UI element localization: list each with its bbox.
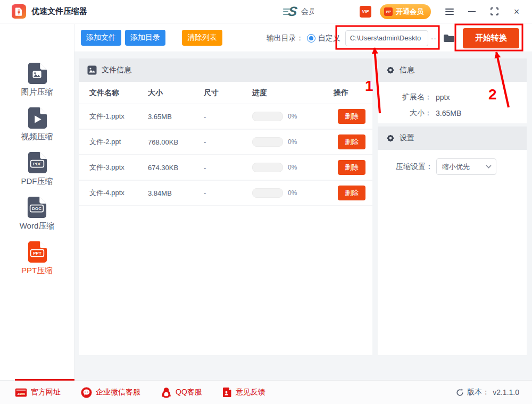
sidebar-item-word-compress[interactable]: DOC Word压缩 bbox=[20, 196, 55, 231]
menu-icon[interactable] bbox=[445, 7, 454, 16]
qq-support-link[interactable]: QQ客服 bbox=[161, 387, 202, 398]
add-directory-button[interactable]: 添加目录 bbox=[125, 30, 165, 46]
sidebar-item-label: 视频压缩 bbox=[21, 132, 53, 142]
file-size: 674.30KB bbox=[148, 164, 204, 172]
settings-panel-header: 设置 bbox=[378, 127, 527, 150]
sidebar-item-label: 图片压缩 bbox=[21, 87, 53, 97]
col-name: 文件名称 bbox=[89, 88, 148, 98]
info-panel: 信息 扩展名： pptx 大小： 3.65MB bbox=[378, 58, 527, 123]
sidebar-item-label: Word压缩 bbox=[20, 221, 55, 231]
delete-button[interactable]: 删除 bbox=[338, 160, 365, 175]
version-label: 版本： bbox=[467, 388, 489, 397]
progress-bar bbox=[252, 137, 283, 147]
compress-mode-select[interactable]: 缩小优先 bbox=[436, 158, 496, 175]
file-name: 文件-2.ppt bbox=[89, 137, 148, 147]
col-progress: 进度 bbox=[252, 88, 334, 98]
file-dims: - bbox=[204, 138, 252, 146]
app-window: 优速文件压缩器 S 会员 VIP VIP 开通会员 × bbox=[0, 0, 532, 404]
sidebar-item-pdf-compress[interactable]: PDF PDF压缩 bbox=[21, 152, 53, 187]
ext-label: 扩展名： bbox=[378, 92, 432, 102]
sidebar-item-label: PDF压缩 bbox=[21, 176, 53, 187]
progress-text: 0% bbox=[288, 189, 297, 197]
file-dims: - bbox=[204, 164, 252, 172]
table-row: 文件-2.ppt 768.00KB - 0% 删除 bbox=[79, 130, 372, 155]
toolbar: 添加文件 添加目录 清除列表 输出目录： 自定义 ·· 开始转换 bbox=[74, 24, 532, 52]
feedback-icon bbox=[222, 387, 232, 398]
svg-text:PDF: PDF bbox=[32, 162, 41, 166]
path-more-button[interactable]: ·· bbox=[431, 34, 437, 43]
delete-button[interactable]: 删除 bbox=[338, 109, 365, 124]
svg-text:PPT: PPT bbox=[33, 251, 41, 256]
sidebar-item-video-compress[interactable]: 视频压缩 bbox=[21, 107, 53, 142]
output-path-input[interactable] bbox=[345, 30, 428, 46]
file-size: 3.65MB bbox=[148, 113, 204, 121]
file-name: 文件-1.pptx bbox=[89, 112, 148, 121]
clear-list-button[interactable]: 清除列表 bbox=[182, 30, 222, 46]
footer: .com 官方网址 企业微信客服 QQ客服 bbox=[0, 380, 532, 404]
refresh-icon[interactable] bbox=[456, 389, 464, 397]
ext-value: pptx bbox=[436, 93, 450, 102]
file-info-title: 文件信息 bbox=[102, 65, 131, 75]
col-action: 操作 bbox=[334, 88, 372, 98]
col-size: 大小 bbox=[148, 88, 204, 98]
version-value: v2.1.1.0 bbox=[493, 388, 519, 397]
delete-button[interactable]: 删除 bbox=[338, 134, 365, 149]
sidebar-item-label: PPT压缩 bbox=[21, 266, 53, 276]
version-info: 版本： v2.1.1.0 bbox=[456, 388, 519, 397]
progress-bar bbox=[252, 112, 283, 121]
progress-text: 0% bbox=[288, 138, 297, 146]
progress-text: 0% bbox=[288, 164, 297, 171]
file-name: 文件-4.pptx bbox=[89, 188, 148, 198]
info-panel-title: 信息 bbox=[400, 65, 414, 75]
chevron-down-icon bbox=[486, 165, 492, 169]
size-value: 3.65MB bbox=[436, 109, 461, 117]
gear-icon bbox=[386, 66, 395, 74]
titlebar: 优速文件压缩器 S 会员 VIP VIP 开通会员 × bbox=[0, 0, 532, 23]
video-file-icon bbox=[27, 107, 47, 129]
wechat-icon bbox=[81, 387, 92, 398]
delete-button[interactable]: 删除 bbox=[338, 186, 365, 200]
open-vip-button[interactable]: VIP 开通会员 bbox=[380, 4, 431, 19]
minimize-button[interactable] bbox=[467, 7, 477, 16]
wechat-support-link[interactable]: 企业微信客服 bbox=[81, 387, 140, 398]
ppt-file-icon: PPT bbox=[27, 241, 47, 263]
file-size: 3.84MB bbox=[148, 189, 204, 197]
pdf-file-icon: PDF bbox=[27, 152, 47, 174]
official-site-link[interactable]: .com 官方网址 bbox=[15, 388, 61, 397]
file-info-panel: 文件信息 文件名称 大小 尺寸 进度 操作 文件-1.pptx 3.65MB -… bbox=[79, 58, 372, 355]
close-button[interactable]: × bbox=[512, 7, 521, 16]
add-file-button[interactable]: 添加文件 bbox=[81, 30, 121, 46]
qq-icon bbox=[161, 387, 172, 398]
progress-bar bbox=[252, 163, 283, 172]
file-dims: - bbox=[204, 113, 252, 121]
table-row: 文件-1.pptx 3.65MB - 0% 删除 bbox=[79, 104, 372, 130]
maximize-button[interactable] bbox=[489, 7, 499, 16]
vip-badge-icon[interactable]: VIP bbox=[360, 6, 371, 18]
browse-folder-icon[interactable] bbox=[443, 33, 455, 43]
progress-bar bbox=[252, 188, 283, 198]
content-area: 文件信息 文件名称 大小 尺寸 进度 操作 文件-1.pptx 3.65MB -… bbox=[74, 52, 532, 380]
sidebar-item-ppt-compress[interactable]: PPT PPT压缩 bbox=[21, 241, 53, 276]
app-title: 优速文件压缩器 bbox=[31, 6, 87, 16]
image-panel-icon bbox=[87, 65, 97, 75]
member-text: 会员 bbox=[301, 7, 314, 16]
file-name: 文件-3.pptx bbox=[89, 163, 148, 172]
progress-text: 0% bbox=[288, 113, 297, 120]
start-convert-button[interactable]: 开始转换 bbox=[463, 28, 519, 48]
file-size: 768.00KB bbox=[148, 138, 204, 146]
size-label: 大小： bbox=[378, 108, 432, 118]
feedback-link[interactable]: 意见反馈 bbox=[222, 387, 265, 398]
svg-text:.com: .com bbox=[17, 392, 25, 395]
custom-radio-label: 自定义 bbox=[318, 33, 340, 43]
sidebar-item-image-compress[interactable]: 图片压缩 bbox=[21, 62, 53, 97]
table-row: 文件-3.pptx 674.30KB - 0% 删除 bbox=[79, 155, 372, 181]
sidebar: 图片压缩 视频压缩 PDF PDF压缩 DOC bbox=[0, 24, 74, 380]
custom-radio[interactable] bbox=[307, 34, 315, 43]
app-logo-icon bbox=[12, 4, 26, 19]
vip-mini-icon: VIP bbox=[384, 7, 393, 16]
gear-icon bbox=[386, 134, 395, 142]
image-file-icon bbox=[27, 62, 47, 85]
file-dims: - bbox=[204, 189, 252, 197]
col-dims: 尺寸 bbox=[204, 88, 252, 98]
settings-panel: 设置 压缩设置： 缩小优先 bbox=[378, 127, 527, 355]
